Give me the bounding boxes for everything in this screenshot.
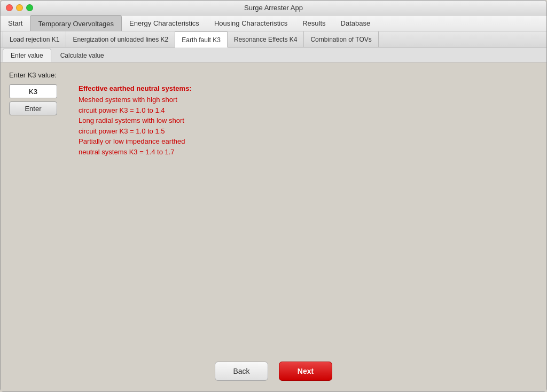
close-button[interactable] <box>6 4 13 11</box>
info-line-5: neutral systems K3 = 1.4 to 1.7 <box>79 147 192 158</box>
tab-energization[interactable]: Energization of unloaded lines K2 <box>66 32 175 47</box>
tab-load-rejection[interactable]: Load rejection K1 <box>3 32 66 47</box>
k3-input[interactable] <box>9 84 57 98</box>
content-area: Enter K3 value: Enter Effective earthed … <box>1 62 546 391</box>
menu-item-start[interactable]: Start <box>1 15 30 31</box>
sub-tab-bar: Enter value Calculate value <box>1 48 546 62</box>
next-button[interactable]: Next <box>279 362 332 381</box>
sub-tab-enter-value[interactable]: Enter value <box>3 49 51 62</box>
tab-resonance-effects[interactable]: Resonance Effects K4 <box>228 32 304 47</box>
info-line-0: Meshed systems with high short <box>79 95 192 105</box>
back-button[interactable]: Back <box>215 362 268 381</box>
info-title: Effective earthed neutral systems: <box>79 84 192 92</box>
bottom-bar: Back Next <box>1 362 546 381</box>
window-title: Surge Arrester App <box>244 4 303 12</box>
menu-item-temporary-overvoltages[interactable]: Temporary Overvoltages <box>30 15 122 31</box>
title-bar: Surge Arrester App <box>1 1 546 15</box>
main-layout: Enter Effective earthed neutral systems:… <box>9 84 538 157</box>
minimize-button[interactable] <box>16 4 23 11</box>
tab-earth-fault[interactable]: Earth fault K3 <box>175 32 228 48</box>
menu-bar: Start Temporary Overvoltages Energy Char… <box>1 15 546 32</box>
menu-item-results[interactable]: Results <box>295 15 333 31</box>
traffic-lights <box>6 4 33 11</box>
maximize-button[interactable] <box>26 4 33 11</box>
tab-bar: Load rejection K1 Energization of unload… <box>1 32 546 48</box>
menu-item-energy-characteristics[interactable]: Energy Characteristics <box>122 15 207 31</box>
info-line-1: circuit power K3 = 1.0 to 1.4 <box>79 105 192 116</box>
info-line-2: Long radial systems with low short <box>79 115 192 126</box>
enter-k3-label: Enter K3 value: <box>9 71 538 79</box>
info-line-3: circuit power K3 = 1.0 to 1.5 <box>79 126 192 137</box>
menu-item-housing-characteristics[interactable]: Housing Characteristics <box>207 15 295 31</box>
info-line-4: Partially or low impedance earthed <box>79 136 192 147</box>
info-section: Effective earthed neutral systems: Meshe… <box>79 84 192 157</box>
input-section: Enter <box>9 84 62 157</box>
enter-button[interactable]: Enter <box>9 101 57 115</box>
tab-combination[interactable]: Combination of TOVs <box>304 32 378 47</box>
app-window: Surge Arrester App Start Temporary Overv… <box>0 0 547 392</box>
sub-tab-calculate-value[interactable]: Calculate value <box>52 49 112 62</box>
menu-item-database[interactable]: Database <box>333 15 378 31</box>
